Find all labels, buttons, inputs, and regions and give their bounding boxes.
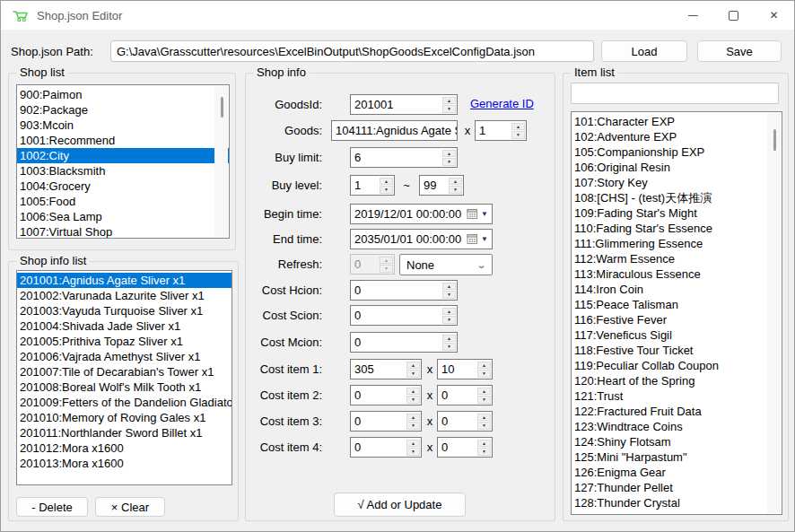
spin-up-icon[interactable]: ▲	[442, 97, 456, 105]
cost-hcion-spinner[interactable]: 0 ▲▼	[350, 280, 458, 301]
item-list-scrollbar[interactable]	[767, 113, 781, 513]
goodsid-spinner[interactable]: 201001 ▲▼	[350, 94, 458, 115]
spin-down-icon[interactable]: ▼	[442, 316, 456, 324]
list-item[interactable]: 1001:Recommend	[17, 133, 229, 148]
cost-item-4-id-spinner[interactable]: 0 ▲▼	[350, 437, 422, 458]
list-item[interactable]: 201012:Mora x1600	[17, 440, 232, 456]
spin-up-icon[interactable]: ▲	[406, 440, 420, 448]
list-item[interactable]: 108:[CHS] - (test)天体推演	[572, 190, 782, 205]
list-item[interactable]: 201004:Shivada Jade Sliver x1	[17, 318, 232, 334]
list-item[interactable]: 110:Fading Star's Essence	[572, 221, 782, 236]
path-input[interactable]	[110, 40, 594, 62]
end-time-picker[interactable]: 2035/01/01 00:00:00 ▼	[350, 229, 493, 249]
list-item[interactable]: 109:Fading Star's Might	[572, 205, 782, 221]
list-item[interactable]: 201005:Prithiva Topaz Sliver x1	[17, 334, 232, 349]
spin-up-icon[interactable]: ▲	[477, 440, 491, 448]
save-button[interactable]: Save	[697, 40, 782, 62]
list-item[interactable]: 114:Iron Coin	[572, 282, 782, 297]
goods-count-spinner[interactable]: 1 ▲▼	[475, 120, 527, 141]
spin-down-icon[interactable]: ▼	[477, 422, 491, 430]
spin-down-icon[interactable]: ▼	[380, 186, 393, 194]
list-item[interactable]: 117:Veneficus Sigil	[572, 327, 782, 343]
date-dropdown-icon[interactable]: ▼	[481, 235, 488, 243]
spin-down-icon[interactable]: ▼	[449, 186, 462, 194]
list-item[interactable]: 124:Shiny Flotsam	[572, 434, 782, 449]
spin-down-icon[interactable]: ▼	[442, 343, 456, 351]
list-item[interactable]: 116:Festive Fever	[572, 312, 782, 327]
list-item[interactable]: 101:Character EXP	[572, 114, 782, 129]
spin-up-icon[interactable]: ▲	[442, 335, 456, 343]
maximize-button[interactable]	[713, 1, 754, 30]
shop-list-scrollbar[interactable]	[214, 86, 228, 237]
spin-up-icon[interactable]: ▲	[442, 150, 456, 158]
list-item[interactable]: 1007:Virtual Shop	[17, 224, 229, 239]
spin-up-icon[interactable]: ▲	[477, 414, 491, 422]
spin-down-icon[interactable]: ▼	[406, 448, 420, 456]
spin-up-icon[interactable]: ▲	[406, 362, 420, 370]
list-item[interactable]: 127:Thunder Pellet	[572, 480, 782, 495]
list-item[interactable]: 902:Package	[17, 102, 229, 118]
list-item[interactable]: 107:Story Key	[572, 175, 782, 190]
list-item[interactable]: 102:Adventure EXP	[572, 129, 782, 144]
spin-down-icon[interactable]: ▼	[406, 396, 420, 404]
item-search-input[interactable]	[571, 83, 779, 104]
list-item[interactable]: 118:Festive Tour Ticket	[572, 343, 782, 358]
spin-down-icon[interactable]: ▼	[477, 370, 491, 378]
buy-level-max-spinner[interactable]: 99 ▲▼	[419, 175, 464, 196]
list-item[interactable]: 111:Glimmering Essence	[572, 236, 782, 251]
list-item[interactable]: 106:Original Resin	[572, 160, 782, 175]
cost-item-1-id-spinner[interactable]: 305 ▲▼	[350, 359, 422, 379]
list-item[interactable]: 105:Companionship EXP	[572, 144, 782, 160]
list-item[interactable]: 122:Fractured Fruit Data	[572, 404, 782, 419]
list-item[interactable]: 119:Peculiar Collab Coupon	[572, 358, 782, 373]
goods-input[interactable]: 104111:Agnidus Agate S	[331, 120, 458, 141]
load-button[interactable]: Load	[601, 40, 687, 62]
list-item[interactable]: 900:Paimon	[17, 87, 229, 102]
scrollbar-thumb[interactable]	[773, 129, 776, 151]
spin-down-icon[interactable]: ▼	[442, 158, 456, 166]
list-item[interactable]: 123:Windtrace Coins	[572, 419, 782, 434]
list-item[interactable]: 201001:Agnidus Agate Sliver x1	[17, 273, 232, 288]
list-item[interactable]: 1006:Sea Lamp	[17, 209, 229, 224]
spin-down-icon[interactable]: ▼	[406, 422, 420, 430]
generate-id-link[interactable]: Generate ID	[470, 97, 534, 110]
list-item[interactable]: 115:Peace Talisman	[572, 297, 782, 312]
list-item[interactable]: 125:Mini "Harpastum"	[572, 449, 782, 465]
spin-down-icon[interactable]: ▼	[511, 131, 525, 139]
spin-down-icon[interactable]: ▼	[442, 105, 456, 113]
cost-item-3-id-spinner[interactable]: 0 ▲▼	[350, 411, 422, 432]
buy-level-min-spinner[interactable]: 1 ▲▼	[350, 175, 395, 196]
spin-up-icon[interactable]: ▲	[380, 178, 393, 186]
list-item[interactable]: 112:Warm Essence	[572, 251, 782, 266]
close-button[interactable]: ✕	[754, 1, 794, 30]
list-item[interactable]: 120:Heart of the Spring	[572, 373, 782, 388]
cost-item-2-id-spinner[interactable]: 0 ▲▼	[350, 385, 422, 406]
begin-time-picker[interactable]: 2019/12/01 00:00:00 ▼	[350, 204, 493, 224]
spin-down-icon[interactable]: ▼	[477, 448, 491, 456]
list-item[interactable]: 201013:Mora x1600	[17, 456, 232, 471]
list-item[interactable]: 201010:Memory of Roving Gales x1	[17, 410, 232, 425]
shop-info-listbox[interactable]: 201001:Agnidus Agate Sliver x1201002:Var…	[16, 270, 232, 485]
cost-scion-spinner[interactable]: 0 ▲▼	[350, 305, 458, 326]
spin-up-icon[interactable]: ▲	[442, 283, 456, 291]
list-item[interactable]: 201007:Tile of Decarabian's Tower x1	[17, 364, 232, 379]
spin-down-icon[interactable]: ▼	[442, 291, 456, 299]
list-item[interactable]: 201011:Northlander Sword Billet x1	[17, 425, 232, 440]
list-item[interactable]: 1005:Food	[17, 194, 229, 209]
cost-item-4-count-spinner[interactable]: 0 ▲▼	[437, 437, 493, 458]
list-item[interactable]: 201003:Vayuda Turquoise Sliver x1	[17, 303, 232, 318]
spin-up-icon[interactable]: ▲	[511, 123, 525, 131]
spin-down-icon[interactable]: ▼	[477, 396, 491, 404]
list-item[interactable]: 201009:Fetters of the Dandelion Gladiato	[17, 395, 232, 410]
spin-down-icon[interactable]: ▼	[406, 370, 420, 378]
scrollbar-thumb[interactable]	[221, 97, 223, 118]
spin-up-icon[interactable]: ▲	[406, 414, 420, 422]
list-item[interactable]: 201006:Vajrada Amethyst Sliver x1	[17, 349, 232, 364]
date-dropdown-icon[interactable]: ▼	[481, 210, 488, 218]
cost-item-3-count-spinner[interactable]: 0 ▲▼	[437, 411, 493, 432]
spin-up-icon[interactable]: ▲	[442, 308, 456, 316]
spin-up-icon[interactable]: ▲	[449, 178, 462, 186]
delete-button[interactable]: - Delete	[16, 497, 88, 517]
cost-item-2-count-spinner[interactable]: 0 ▲▼	[437, 385, 493, 406]
refresh-mode-dropdown[interactable]: None ⌄	[399, 254, 493, 275]
